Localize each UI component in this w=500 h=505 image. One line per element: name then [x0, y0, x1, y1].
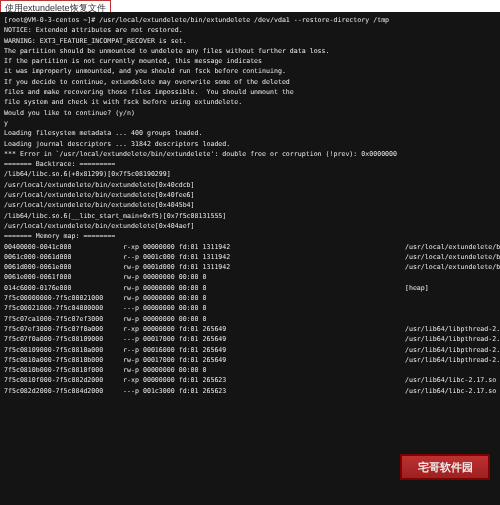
watermark-badge: 宅哥软件园 — [400, 454, 490, 480]
memmap-header: ======= Memory map: ======== — [4, 232, 115, 240]
notice-line: WARNING: EXT3_FEATURE_INCOMPAT_RECOVER i… — [4, 37, 187, 45]
notice-line: NOTICE: Extended attributes are not rest… — [4, 26, 183, 34]
loading-line: Loading journal descriptors ... 31842 de… — [4, 140, 230, 148]
notice-line: it was improperly unmounted, and you sho… — [4, 67, 286, 75]
notice-line: files and make recovering those files im… — [4, 88, 294, 96]
notice-line: If you decide to continue, extundelete m… — [4, 78, 290, 86]
backtrace-line: /lib64/libc.so.6(+0x81299)[0x7f5c0819029… — [4, 170, 171, 178]
memmap-rows: 00400000-0041c000 r-xp 00000000 fd:01 13… — [4, 243, 500, 395]
backtrace-line: /usr/local/extundelete/bin/extundelete[0… — [4, 201, 195, 209]
terminal-window[interactable]: [root@VM-0-3-centos ~]# /usr/local/extun… — [0, 12, 500, 505]
prompt-line: [root@VM-0-3-centos ~]# /usr/local/extun… — [4, 16, 389, 24]
error-line: *** Error in `/usr/local/extundelete/bin… — [4, 150, 397, 158]
notice-line: Would you like to continue? (y/n) — [4, 109, 135, 117]
backtrace-line: /usr/local/extundelete/bin/extundelete[0… — [4, 191, 195, 199]
loading-line: Loading filesystem metadata ... 400 grou… — [4, 129, 203, 137]
backtrace-line: /lib64/libc.so.6(__libc_start_main+0xf5)… — [4, 212, 226, 220]
backtrace-line: /usr/local/extundelete/bin/extundelete[0… — [4, 181, 195, 189]
notice-line: The partition should be unmounted to und… — [4, 47, 330, 55]
notice-line: file system and check it with fsck befor… — [4, 98, 242, 106]
backtrace-line: /usr/local/extundelete/bin/extundelete[0… — [4, 222, 195, 230]
backtrace-header: ======= Backtrace: ========= — [4, 160, 115, 168]
user-input: y — [4, 119, 8, 127]
notice-line: If the partition is not currently mounte… — [4, 57, 262, 65]
watermark-text: 宅哥软件园 — [418, 460, 473, 475]
